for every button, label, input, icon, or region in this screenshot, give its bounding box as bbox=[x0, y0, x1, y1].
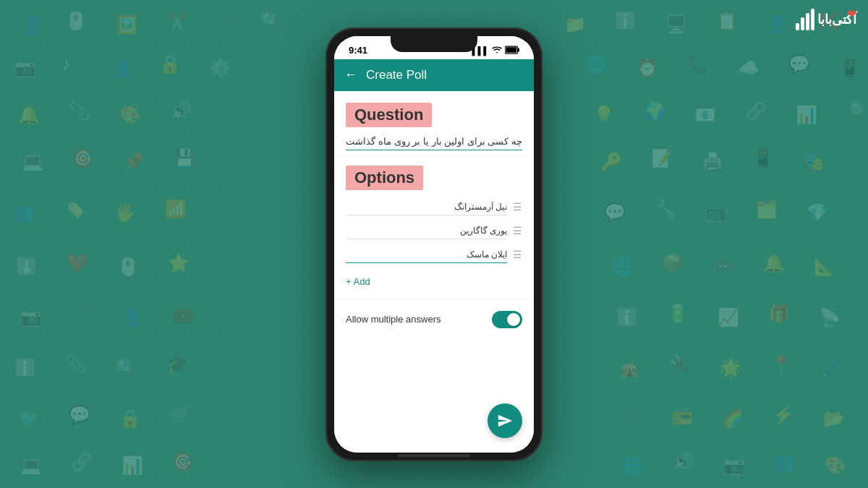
options-label: Options bbox=[346, 166, 423, 190]
battery-icon bbox=[505, 46, 519, 56]
app-header: ← Create Poll bbox=[334, 59, 534, 91]
drag-icon-1[interactable]: ☰ bbox=[513, 201, 522, 213]
toggle-knob bbox=[507, 313, 520, 326]
toggle-row: Allow multiple answers bbox=[334, 299, 534, 340]
drag-icon-3[interactable]: ☰ bbox=[513, 249, 522, 260]
send-icon bbox=[497, 413, 513, 429]
drag-icon-2[interactable]: ☰ bbox=[513, 225, 522, 236]
phone-wrapper: 9:41 ▌▌▌ ← Create Poll bbox=[326, 27, 542, 461]
add-option-button[interactable]: + Add bbox=[346, 270, 522, 293]
option-input-1[interactable] bbox=[346, 199, 507, 215]
toggle-label: Allow multiple answers bbox=[346, 314, 441, 325]
home-indicator bbox=[398, 454, 470, 457]
svg-rect-2 bbox=[506, 47, 516, 53]
phone-screen: 9:41 ▌▌▌ ← Create Poll bbox=[334, 36, 534, 453]
phone-device: 9:41 ▌▌▌ ← Create Poll bbox=[326, 27, 542, 461]
status-time: 9:41 bbox=[349, 45, 367, 56]
add-option-label: + Add bbox=[346, 276, 370, 287]
logo-bar-1 bbox=[796, 23, 799, 30]
logo: ❤ آکتی‌بابا bbox=[796, 9, 856, 30]
logo-bar-3 bbox=[806, 13, 809, 30]
phone-notch bbox=[391, 36, 477, 52]
send-button[interactable] bbox=[488, 403, 522, 438]
option-input-3[interactable] bbox=[346, 247, 507, 263]
back-button[interactable]: ← bbox=[344, 67, 357, 82]
logo-heart-icon: ❤ bbox=[847, 7, 856, 21]
logo-bar-2 bbox=[801, 17, 804, 30]
question-label: Question bbox=[346, 103, 432, 127]
logo-bars: ❤ bbox=[796, 9, 814, 30]
logo-bar-4 bbox=[811, 9, 814, 30]
status-icons: ▌▌▌ bbox=[472, 46, 519, 56]
header-title: Create Poll bbox=[366, 68, 524, 82]
option-row-1: ☰ bbox=[346, 199, 522, 215]
question-section: Question bbox=[334, 91, 534, 157]
options-section: Options ☰ ☰ ☰ bbox=[334, 157, 534, 299]
svg-rect-1 bbox=[518, 48, 520, 51]
form-content: Question Options ☰ ☰ bbox=[334, 91, 534, 453]
option-row-2: ☰ bbox=[346, 223, 522, 239]
question-input[interactable] bbox=[346, 133, 522, 150]
option-row-3: ☰ bbox=[346, 247, 522, 263]
option-input-2[interactable] bbox=[346, 223, 507, 239]
wifi-icon bbox=[492, 46, 502, 56]
multiple-answers-toggle[interactable] bbox=[492, 311, 522, 328]
